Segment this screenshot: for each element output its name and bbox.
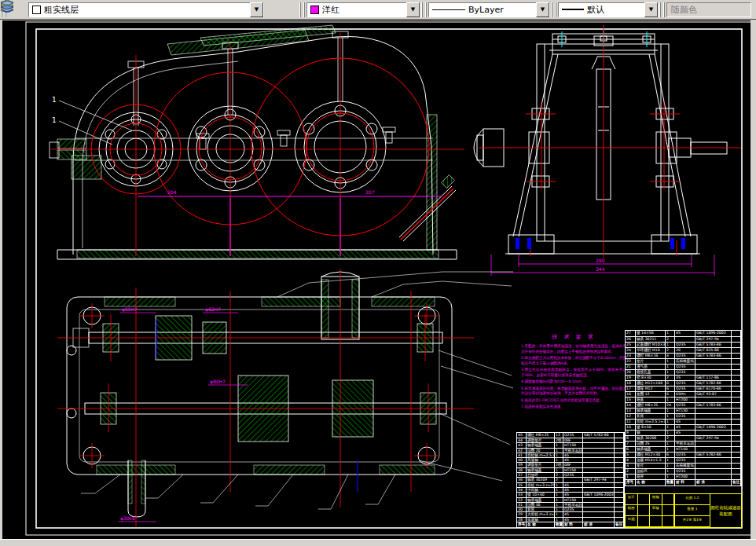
title-block-cell [662,494,675,505]
title-block-cell [638,505,651,516]
parts-cell: 序号 [626,479,636,486]
parts-cell [695,397,732,402]
lineweight-combo[interactable]: 默认 ▼ [558,2,659,17]
toolbar-grip[interactable] [555,2,557,17]
parts-row: 18螺栓 M12×1006Q235GB/T 5782-86 [626,380,741,386]
parts-row: 8轴承 302082GB/T 297-94 [626,435,741,441]
parts-cell: 起盖螺钉 M10×30 [636,342,666,347]
section-label-1a: 1 [52,96,57,104]
toolbar-grip[interactable] [303,2,306,17]
make-object-layer-current-button[interactable] [264,2,281,18]
parts-cell: 名 称 [527,522,555,527]
parts-cell: 19 [626,375,636,380]
parts-cell: HT150 [675,408,695,413]
parts-cell [732,430,741,435]
sec-dim-1: φ55H7 [122,306,138,313]
parts-cell: 9 [626,430,636,435]
sec-dim-3: φ80H7 [210,379,226,385]
color-combo-chevron-down-icon[interactable]: ▼ [406,2,420,17]
parts-cell: 轴承 30208 [636,435,666,441]
parts-cell [732,463,741,468]
linetype-combo-value: ByLayer [468,5,504,15]
parts-cell [732,424,741,430]
drawing-canvas[interactable]: 1 1 204 207 [2,20,750,539]
parts-cell: Q235 [675,468,695,474]
toolbar-grip[interactable] [425,2,428,17]
parts-row: 24吊环螺钉 M10220GB/T 825-88 [626,347,741,353]
title-block-title: 圆柱齿轮减速器 装配图 [710,494,741,527]
linetype-combo[interactable]: ByLayer ▼ [428,2,550,17]
parts-cell: 1 [666,457,675,463]
parts-cell: 螺栓 M12×100 [636,380,666,386]
title-block-cell [638,494,651,505]
parts-cell: 1 [666,474,675,479]
parts-cell: GB/T 5782-86 [695,452,732,457]
plotstyle-combo-value: 随颜色 [671,4,697,16]
parts-cell: GB/T 297-94 [695,435,732,441]
parts-cell: 4 [626,457,636,463]
parts-row: 9轴145 [626,430,741,435]
parts-cell: 35 [675,375,695,380]
parts-cell: GB/T 825-88 [695,347,732,353]
parts-cell: 材 料 [675,479,695,486]
parts-cell [695,474,732,479]
current-color-swatch [310,5,319,14]
parts-row: 23螺钉 M6×164Q235GB/T 5783-86 [626,353,741,358]
parts-cell [732,402,741,408]
parts-cell: 螺栓 M12×30 [636,452,666,457]
parts-cell: HT200 [675,474,695,479]
parts-cell: 1 [666,446,675,452]
toolbar-grip[interactable] [551,2,553,17]
parts-cell: 1 [666,424,675,430]
parts-cell: 6 [626,446,636,452]
layer-color-swatch[interactable] [32,5,41,14]
parts-cell: 45 [675,424,695,430]
parts-row: 14螺钉 M8×2524Q235GB/T 5783-86 [626,402,741,408]
parts-cell: 轴承 30211 [636,336,666,342]
parts-cell: GB/T 5782-86 [695,380,732,386]
parts-cell: 6 [666,452,675,457]
layer-combo[interactable]: 粗实线层 ▼ [28,2,264,17]
parts-cell: 23 [626,353,636,358]
parts-header-row: 序号名 称数量材 料标 准备注 [517,522,624,527]
linetype-combo-chevron-down-icon[interactable]: ▼ [536,2,549,17]
parts-row: 6轴承端盖1HT150 [626,446,741,452]
toolbar-grip[interactable] [659,2,662,17]
parts-cell: GB/T 5783-86 [695,402,732,408]
layer-previous-button[interactable] [281,2,299,18]
title-block: 设计校核制图审核日期 比例 1:2 数量 1 共1张 第1张 圆柱齿轮减速器 装… [625,493,742,528]
parts-cell [732,419,741,424]
parts-cell: 2 [626,468,636,474]
linetype-sample-icon [432,9,465,10]
toolbar-grip[interactable] [299,2,302,17]
parts-cell: 11 [626,419,636,424]
parts-cell: 材 料 [563,522,583,527]
parts-row: 26轴承 302112GB/T 297-94 [626,336,741,342]
parts-cell: 螺钉 M8×25 [636,402,666,408]
parts-cell: 1 [666,342,675,347]
toolbar-grip[interactable] [421,2,424,17]
section-label-1b: 1 [52,116,57,124]
parts-cell: GB/T 117-86 [695,375,732,380]
parts-cell: 1 [666,358,675,364]
parts-cell: 7 [626,441,636,446]
parts-cell: 1 [666,408,675,413]
toolbar-grip[interactable] [663,2,666,17]
flange-bolt-holes [105,105,377,189]
parts-list-left: 45螺栓 M8×2512Q235GB/T 5782-8644调整垫片2组08F4… [516,432,625,528]
lineweight-combo-chevron-down-icon[interactable]: ▼ [644,2,658,17]
color-combo[interactable]: 洋红 ▼ [306,2,420,17]
parts-cell [732,468,741,474]
parts-cell: GB/T 5783-86 [695,342,732,347]
parts-cell: 1 [666,397,675,402]
side-centerlines [479,25,741,258]
parts-cell [732,386,741,391]
parts-cell [732,380,741,386]
parts-cell: 名 称 [636,479,666,486]
parts-cell: GB/T 5783-86 [695,353,732,358]
parts-cell: 24 [666,402,675,408]
parts-cell [732,413,741,419]
layer-combo-chevron-down-icon[interactable]: ▼ [250,2,263,17]
title-block-cell: 日期 [626,516,638,527]
title-block-cell [638,516,651,527]
